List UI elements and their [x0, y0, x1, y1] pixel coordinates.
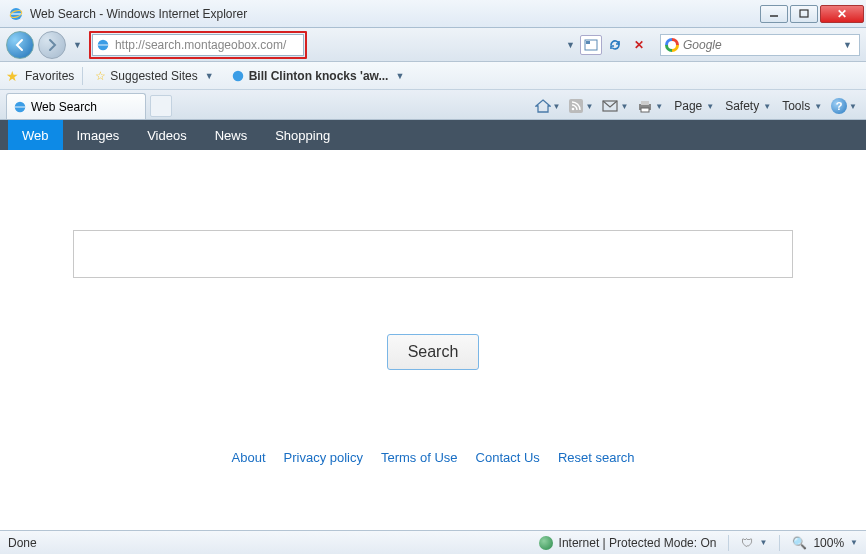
window-title: Web Search - Windows Internet Explorer [30, 7, 760, 21]
tracking-icon[interactable]: 🛡 [741, 536, 753, 550]
svg-rect-14 [641, 108, 649, 112]
nav-tab-news[interactable]: News [201, 120, 262, 150]
page-favicon-icon [95, 37, 111, 53]
chevron-down-icon[interactable]: ▼ [759, 538, 767, 547]
tools-menu[interactable]: Tools▼ [777, 97, 825, 115]
search-input[interactable] [73, 230, 793, 278]
zoom-level[interactable]: 100% [813, 536, 844, 550]
back-button[interactable] [6, 31, 34, 59]
home-button[interactable]: ▼ [532, 97, 564, 115]
nav-tab-videos[interactable]: Videos [133, 120, 201, 150]
close-button[interactable]: ✕ [820, 5, 864, 23]
window-titlebar: Web Search - Windows Internet Explorer ✕ [0, 0, 866, 28]
footer-privacy[interactable]: Privacy policy [284, 450, 363, 465]
chevron-down-icon: ▼ [392, 71, 407, 81]
suggested-sites-item[interactable]: ☆ Suggested Sites ▼ [91, 67, 220, 85]
new-tab-button[interactable] [150, 95, 172, 117]
nav-tab-shopping[interactable]: Shopping [261, 120, 344, 150]
home-icon [535, 99, 551, 113]
mail-icon [602, 100, 618, 112]
page-viewport: Web Images Videos News Shopping Search A… [0, 120, 866, 485]
status-text: Done [8, 536, 37, 550]
footer-terms[interactable]: Terms of Use [381, 450, 458, 465]
favorites-star-icon[interactable]: ★ [6, 68, 19, 84]
ie-logo-icon [8, 6, 24, 22]
nav-tab-web[interactable]: Web [8, 120, 63, 150]
feeds-button[interactable]: ▼ [566, 97, 596, 115]
separator [728, 535, 729, 551]
svg-rect-3 [800, 10, 808, 17]
nav-tab-images[interactable]: Images [63, 120, 134, 150]
favorites-bar: ★ Favorites ☆ Suggested Sites ▼ Bill Cli… [0, 62, 866, 90]
separator [779, 535, 780, 551]
svg-point-10 [572, 108, 575, 111]
footer-reset[interactable]: Reset search [558, 450, 635, 465]
stop-button[interactable]: ✕ [628, 35, 650, 55]
search-provider-dropdown[interactable]: ▼ [840, 40, 855, 50]
svg-point-7 [232, 70, 243, 81]
suggested-sites-label: Suggested Sites [110, 69, 197, 83]
maximize-button[interactable] [790, 5, 818, 23]
footer-about[interactable]: About [232, 450, 266, 465]
status-bar: Done Internet | Protected Mode: On 🛡 ▼ 🔍… [0, 530, 866, 554]
address-dropdown[interactable]: ▼ [563, 40, 578, 50]
zoom-icon[interactable]: 🔍 [792, 536, 807, 550]
nav-history-dropdown[interactable]: ▼ [70, 40, 85, 50]
forward-button[interactable] [38, 31, 66, 59]
tab-bar: Web Search ▼ ▼ ▼ ▼ Page▼ Safety▼ Tools▼ … [0, 90, 866, 120]
headline-label: Bill Clinton knocks 'aw... [249, 69, 389, 83]
search-provider-input[interactable] [683, 38, 836, 52]
footer-contact[interactable]: Contact Us [476, 450, 540, 465]
compat-view-button[interactable] [580, 35, 602, 55]
svg-rect-13 [641, 101, 649, 105]
zoom-dropdown[interactable]: ▼ [850, 538, 858, 547]
search-provider-box[interactable]: ▼ [660, 34, 860, 56]
footer-links: About Privacy policy Terms of Use Contac… [73, 450, 793, 465]
svg-rect-6 [586, 41, 590, 44]
page-icon [231, 69, 245, 83]
star-icon: ☆ [95, 69, 106, 83]
security-zone[interactable]: Internet | Protected Mode: On [559, 536, 717, 550]
tab-favicon-icon [13, 100, 27, 114]
address-bar[interactable] [92, 34, 304, 56]
navigation-bar: ▼ ▼ ✕ ▼ [0, 28, 866, 62]
separator [82, 67, 83, 85]
chevron-down-icon: ▼ [202, 71, 217, 81]
globe-icon [539, 536, 553, 550]
refresh-button[interactable] [604, 35, 626, 55]
favorites-label[interactable]: Favorites [25, 69, 74, 83]
google-icon [665, 38, 679, 52]
mail-button[interactable]: ▼ [599, 98, 631, 114]
print-button[interactable]: ▼ [634, 97, 666, 115]
search-button[interactable]: Search [387, 334, 480, 370]
print-icon [637, 99, 653, 113]
page-nav-bar: Web Images Videos News Shopping [0, 120, 866, 150]
tab-title: Web Search [31, 100, 97, 114]
address-highlight [89, 31, 307, 59]
minimize-button[interactable] [760, 5, 788, 23]
url-input[interactable] [115, 38, 301, 52]
safety-menu[interactable]: Safety▼ [720, 97, 774, 115]
page-menu[interactable]: Page▼ [669, 97, 717, 115]
headline-item[interactable]: Bill Clinton knocks 'aw... ▼ [227, 67, 412, 85]
rss-icon [569, 99, 583, 113]
help-button[interactable]: ?▼ [828, 96, 860, 116]
help-icon: ? [831, 98, 847, 114]
browser-tab[interactable]: Web Search [6, 93, 146, 119]
